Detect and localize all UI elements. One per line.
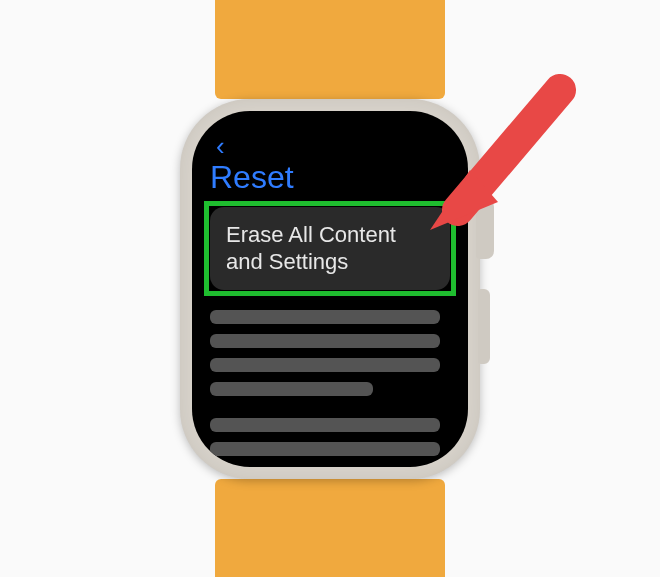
watch-band-top bbox=[215, 0, 445, 99]
watch-band-bottom bbox=[215, 479, 445, 578]
watch-screen: ‹ Reset Erase All Content and Settings bbox=[192, 111, 468, 467]
back-button[interactable]: ‹ bbox=[210, 133, 450, 159]
side-button[interactable] bbox=[478, 289, 490, 364]
apple-watch: ‹ Reset Erase All Content and Settings bbox=[170, 9, 490, 569]
highlight-box bbox=[204, 201, 456, 296]
erase-all-content-button[interactable]: Erase All Content and Settings bbox=[210, 207, 450, 290]
watch-case: ‹ Reset Erase All Content and Settings bbox=[180, 99, 480, 479]
page-title: Reset bbox=[210, 161, 450, 193]
digital-crown[interactable] bbox=[476, 199, 494, 259]
description-placeholder bbox=[210, 310, 450, 456]
chevron-left-icon: ‹ bbox=[216, 131, 225, 161]
erase-all-content-label: Erase All Content and Settings bbox=[226, 222, 396, 275]
